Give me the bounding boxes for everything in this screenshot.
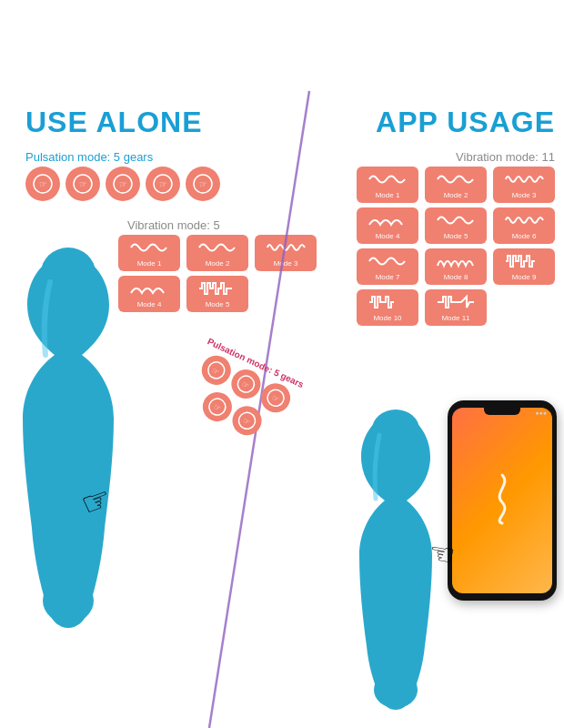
wave-r10 — [368, 294, 408, 312]
wave-icon-2 — [197, 239, 237, 258]
mode-box-right-3: Mode 3 — [493, 167, 555, 203]
pulse-icon-2: ☞ — [65, 167, 100, 201]
use-alone-title: USE ALONE — [25, 106, 203, 139]
mode-label-r2: Mode 2 — [444, 191, 468, 199]
svg-text:☞: ☞ — [210, 365, 220, 376]
mode-grid-right: Mode 1 Mode 2 Mode 3 Mode 4 — [357, 167, 557, 326]
wave-r5 — [436, 212, 476, 230]
mode-box-right-2: Mode 2 — [425, 167, 487, 203]
pulse-icon-1: ☞ — [25, 167, 60, 201]
wave-icon-5 — [197, 280, 237, 298]
svg-text:☞: ☞ — [199, 179, 207, 189]
mode-label-r3: Mode 3 — [512, 191, 537, 199]
wave-r8 — [436, 253, 476, 271]
mode-label-r1: Mode 1 — [376, 191, 400, 199]
mode-box-right-7: Mode 7 — [357, 248, 418, 285]
mode-label-r7: Mode 7 — [376, 273, 400, 281]
product-image-left — [0, 237, 155, 637]
pulse-icon-5: ☞ — [186, 167, 220, 201]
wave-r1 — [368, 171, 408, 189]
mode-box-right-10: Mode 10 — [357, 289, 418, 326]
mode-label-r9: Mode 9 — [512, 273, 537, 281]
main-container: USE ALONE Pulsation mode: 5 gears ☞ ☞ — [0, 0, 564, 728]
mode-label-r11: Mode 11 — [441, 314, 469, 322]
mode-box-left-5: Mode 5 — [186, 276, 248, 312]
wave-r11 — [436, 294, 476, 312]
mode-label-5: Mode 5 — [206, 300, 230, 308]
pulsation-icons-left: ☞ ☞ ☞ ☞ — [25, 167, 220, 201]
phone-mockup: ●●● — [448, 400, 557, 601]
svg-text:☞: ☞ — [79, 179, 87, 189]
mode-label-r6: Mode 6 — [512, 232, 537, 240]
pulse-icon-4: ☞ — [146, 167, 180, 201]
svg-point-12 — [43, 578, 94, 623]
svg-text:☞: ☞ — [240, 379, 250, 390]
mode-label-r4: Mode 4 — [376, 232, 400, 240]
mode-label-2: Mode 2 — [206, 259, 230, 268]
pulse-icon-3: ☞ — [106, 167, 140, 201]
svg-text:☞: ☞ — [39, 179, 47, 189]
vibration-label-right: Vibration mode: 11 — [456, 150, 555, 164]
wave-r9 — [504, 253, 544, 271]
wave-r7 — [368, 253, 408, 271]
phone-screen: ●●● — [452, 408, 552, 593]
phone-squiggle — [484, 470, 520, 531]
svg-text:☞: ☞ — [119, 179, 127, 189]
mode-box-right-5: Mode 5 — [425, 207, 487, 244]
svg-text:☞: ☞ — [159, 179, 167, 189]
mode-box-left-2: Mode 2 — [186, 235, 248, 271]
mode-label-r5: Mode 5 — [444, 232, 468, 240]
mode-box-right-8: Mode 8 — [425, 248, 487, 285]
vibration-label-left: Vibration mode: 5 — [127, 218, 220, 232]
svg-text:☞: ☞ — [270, 393, 280, 404]
mode-label-r10: Mode 10 — [373, 314, 401, 322]
mode-box-right-9: Mode 9 — [493, 248, 555, 285]
svg-point-14 — [374, 672, 418, 708]
right-section: APP USAGE Vibration mode: 11 Mode 1 Mode… — [282, 0, 564, 728]
mode-box-right-6: Mode 6 — [493, 207, 555, 244]
wave-r4 — [368, 212, 408, 230]
app-usage-title: APP USAGE — [376, 106, 555, 139]
phone-status-bar: ●●● — [535, 410, 547, 416]
wave-r2 — [436, 171, 476, 189]
mode-box-right-11: Mode 11 — [425, 289, 487, 326]
svg-text:☞: ☞ — [241, 416, 251, 427]
wave-r3 — [504, 171, 544, 189]
wave-r6 — [504, 212, 544, 230]
pulsation-label-left: Pulsation mode: 5 gears — [25, 150, 153, 164]
phone-notch — [484, 408, 520, 415]
mode-label-r8: Mode 8 — [444, 273, 468, 281]
svg-text:☞: ☞ — [212, 402, 222, 413]
mode-box-right-1: Mode 1 — [357, 167, 418, 203]
mode-box-right-4: Mode 4 — [357, 207, 418, 244]
